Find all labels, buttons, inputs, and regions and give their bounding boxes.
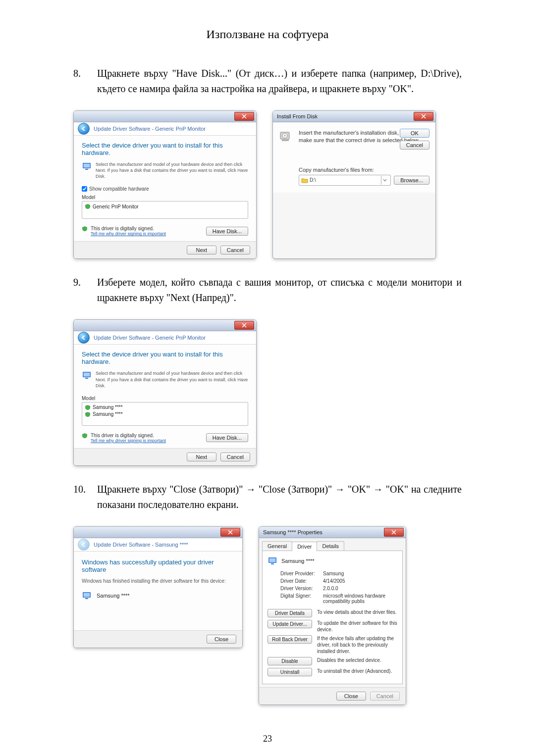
cancel-button[interactable]: Cancel — [400, 141, 429, 150]
page-number: 23 — [0, 734, 535, 744]
have-disk-button[interactable]: Have Disk... — [206, 227, 248, 236]
browse-button[interactable]: Browse... — [394, 176, 429, 185]
svg-rect-15 — [271, 563, 274, 564]
model-header: Model — [82, 195, 248, 200]
screenshot-select-model: Update Driver Software - Generic PnP Mon… — [73, 319, 257, 465]
chevron-down-icon[interactable] — [381, 176, 388, 185]
tab-general[interactable]: General — [262, 541, 292, 551]
back-button — [78, 539, 90, 551]
copy-from-label: Copy manufacturer's files from: — [299, 167, 429, 173]
step-9-number: 9. — [73, 275, 97, 290]
monitor-icon — [82, 591, 92, 601]
back-button[interactable] — [78, 332, 90, 344]
dialog-subtext: Windows has finished installing the driv… — [82, 578, 234, 584]
step-8: 8. Щракнете върху "Have Disk..." (От дис… — [73, 66, 462, 97]
breadcrumb: Update Driver Software - Generic PnP Mon… — [94, 126, 206, 132]
dialog-heading: Windows has successfully updated your dr… — [82, 558, 234, 573]
date-value: 4/14/2005 — [323, 578, 397, 584]
screenshot-update-finished: Update Driver Software - Samsung **** Wi… — [73, 526, 243, 648]
rollback-driver-button[interactable]: Roll Back Driver — [268, 635, 312, 644]
list-item[interactable]: Generic PnP Monitor — [85, 203, 245, 210]
dialog-heading: Select the device driver you want to ins… — [82, 142, 248, 156]
driver-details-button[interactable]: Driver Details — [268, 609, 312, 617]
date-key: Driver Date: — [280, 578, 323, 584]
close-icon[interactable] — [384, 528, 404, 537]
svg-rect-8 — [84, 373, 90, 377]
close-button[interactable]: Close — [336, 692, 366, 701]
model-listbox[interactable]: Generic PnP Monitor — [82, 201, 248, 219]
disable-button[interactable]: Disable — [268, 657, 312, 665]
close-button[interactable]: Close — [207, 635, 236, 644]
signed-text: This driver is digitally signed. — [91, 433, 166, 438]
model-item-label: Samsung **** — [93, 411, 123, 417]
svg-rect-1 — [84, 164, 90, 168]
tab-details[interactable]: Details — [317, 541, 344, 551]
tab-bar: General Driver Details — [259, 538, 406, 551]
window-title: Install From Disk — [277, 113, 318, 119]
ok-button[interactable]: OK — [400, 129, 429, 138]
disable-desc: Disables the selected device. — [317, 657, 381, 663]
svg-rect-6 — [282, 140, 289, 141]
cancel-button: Cancel — [370, 692, 400, 701]
uninstall-button[interactable]: Uninstall — [268, 668, 312, 676]
shield-icon — [82, 226, 88, 232]
dialog-heading: Select the device driver you want to ins… — [82, 351, 248, 365]
svg-point-5 — [284, 135, 286, 137]
signer-value: microsoft windows hardware compatibility… — [323, 593, 397, 604]
monitor-icon — [82, 370, 92, 380]
close-icon[interactable] — [234, 321, 254, 330]
monitor-icon — [268, 556, 277, 566]
svg-rect-12 — [85, 598, 88, 599]
signing-link[interactable]: Tell me why driver signing is important — [91, 438, 166, 443]
step-10-number: 10. — [73, 482, 97, 497]
close-icon[interactable] — [220, 528, 240, 537]
show-compatible-checkbox[interactable]: Show compatible hardware — [82, 186, 248, 192]
svg-rect-2 — [85, 169, 88, 170]
step-10-text: Щракнете върху "Close (Затвори)" → "Clos… — [97, 482, 462, 512]
step-8-number: 8. — [73, 66, 97, 81]
close-icon[interactable] — [234, 112, 254, 121]
screenshot-driver-properties: Samsung **** Properties General Driver D… — [259, 526, 406, 705]
signing-link[interactable]: Tell me why driver signing is important — [91, 231, 166, 236]
window-title: Samsung **** Properties — [263, 529, 322, 535]
device-name: Samsung **** — [281, 558, 315, 564]
shield-icon — [82, 433, 88, 439]
dialog-instruction: Select the manufacturer and model of you… — [96, 370, 248, 388]
signer-key: Digital Signer: — [280, 593, 323, 604]
provider-value: Samsung — [323, 571, 397, 576]
have-disk-button[interactable]: Have Disk... — [206, 433, 248, 442]
model-header: Model — [82, 396, 248, 401]
list-item[interactable]: Samsung **** — [85, 404, 245, 411]
screenshot-install-from-disk: Install From Disk Insert the manufacture… — [272, 110, 436, 259]
list-item[interactable]: Samsung **** — [85, 411, 245, 418]
driver-details-desc: To view details about the driver files. — [317, 609, 397, 615]
step-9: 9. Изберете модел, който съвпада с вашия… — [73, 275, 462, 305]
screenshot-update-driver-have-disk: Update Driver Software - Generic PnP Mon… — [73, 110, 257, 259]
cancel-button[interactable]: Cancel — [220, 246, 250, 254]
step-9-text: Изберете модел, който съвпада с вашия мо… — [97, 275, 462, 305]
tab-driver[interactable]: Driver — [292, 542, 317, 551]
provider-key: Driver Provider: — [280, 571, 323, 576]
svg-rect-14 — [269, 558, 276, 562]
folder-icon — [301, 177, 308, 184]
cancel-button[interactable]: Cancel — [220, 453, 250, 461]
model-item-label: Generic PnP Monitor — [93, 204, 139, 209]
show-compatible-label: Show compatible hardware — [89, 186, 149, 192]
close-icon[interactable] — [414, 112, 433, 121]
model-listbox[interactable]: Samsung **** Samsung **** — [82, 402, 248, 426]
path-combobox[interactable]: D:\ — [299, 175, 391, 186]
version-key: Driver Version: — [280, 586, 323, 591]
version-value: 2.0.0.0 — [323, 586, 397, 591]
update-driver-button[interactable]: Update Driver... — [268, 620, 312, 628]
back-button[interactable] — [78, 123, 90, 135]
model-item-label: Samsung **** — [93, 404, 123, 410]
device-name: Samsung **** — [97, 593, 130, 599]
signed-text: This driver is digitally signed. — [91, 226, 166, 231]
next-button[interactable]: Next — [187, 246, 216, 254]
dialog-instruction: Select the manufacturer and model of you… — [96, 161, 248, 179]
update-driver-desc: To update the driver software for this d… — [317, 620, 397, 633]
uninstall-desc: To uninstall the driver (Advanced). — [317, 668, 392, 674]
next-button[interactable]: Next — [187, 453, 216, 461]
show-compatible-input[interactable] — [82, 186, 87, 192]
shield-icon — [85, 203, 91, 209]
